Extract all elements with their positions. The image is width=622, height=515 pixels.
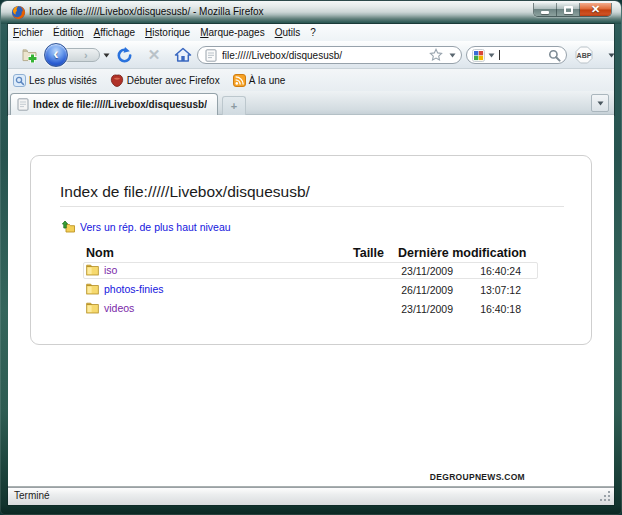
search-engine-dropdown-icon[interactable] [488, 53, 495, 58]
reload-icon [116, 47, 133, 64]
file-link[interactable]: iso [104, 264, 117, 276]
search-caret [499, 50, 500, 60]
bookmark-star-icon[interactable] [429, 48, 443, 62]
stop-button[interactable]: ✕ [144, 41, 164, 69]
file-link[interactable]: videos [104, 302, 134, 314]
urlbar-dropdown-icon[interactable] [449, 53, 456, 58]
reload-button[interactable] [114, 41, 134, 69]
column-header-name[interactable]: Nom [86, 246, 114, 260]
close-button[interactable]: ✕ [580, 3, 611, 16]
adblock-plus-button[interactable]: ABP [574, 41, 594, 69]
tab-favicon [17, 98, 29, 111]
browser-chrome: Fichier Édition Affichage Historique Mar… [8, 24, 614, 115]
home-icon [174, 47, 192, 63]
menu-outils[interactable]: Outils [270, 24, 306, 41]
up-folder-icon [62, 220, 75, 233]
back-history-dropdown[interactable] [103, 53, 110, 58]
file-time: 16:40:18 [453, 303, 521, 315]
menu-marque-pages[interactable]: Marque-pages [195, 24, 270, 41]
up-directory-label[interactable]: Vers un rép. de plus haut niveau [80, 221, 231, 233]
firefox-start-icon [110, 74, 124, 87]
firefox-window: Index de file://///Livebox/disquesusb/ -… [0, 0, 622, 515]
bookmarks-toolbar: Les plus visités Débuter avec Firefox À … [8, 69, 614, 91]
minimize-icon [541, 11, 549, 14]
file-date: 23/11/2009 [383, 303, 453, 315]
back-icon: ‹ [53, 45, 58, 63]
maximize-icon [564, 6, 573, 14]
rss-feed-icon [233, 74, 246, 87]
table-header-row: Nom Taille Dernière modification [86, 246, 537, 263]
forward-icon: › [84, 50, 88, 61]
file-link[interactable]: photos-finies [104, 283, 164, 295]
bookmark-a-la-une[interactable]: À la une [230, 73, 289, 88]
new-tab-button[interactable]: + [222, 96, 246, 115]
status-bar: Terminé [8, 487, 614, 505]
toolbar-overflow-dropdown-icon[interactable] [608, 53, 615, 58]
svg-text:ABP: ABP [577, 52, 592, 59]
menu-historique[interactable]: Historique [140, 24, 195, 41]
file-time: 16:40:24 [453, 265, 521, 277]
stop-icon: ✕ [148, 46, 161, 64]
close-icon: ✕ [591, 3, 600, 16]
menu-edition[interactable]: Édition [48, 24, 89, 41]
file-date: 23/11/2009 [383, 265, 453, 277]
directory-heading: Index de file://///Livebox/disquesusb/ [60, 183, 564, 207]
location-bar[interactable]: file://///Livebox/disquesusb/ [197, 46, 462, 64]
file-date: 26/11/2009 [383, 284, 453, 296]
directory-listing-box: Index de file://///Livebox/disquesusb/ V… [30, 155, 592, 345]
folder-icon [86, 264, 99, 276]
new-tab-folder-plus-button[interactable] [20, 41, 40, 69]
folder-plus-icon [21, 46, 39, 64]
window-controls: ✕ [533, 3, 612, 17]
list-all-tabs-button[interactable] [591, 94, 609, 112]
tab-title: Index de file://///Livebox/disquesusb/ [33, 99, 207, 110]
menu-fichier[interactable]: Fichier [8, 24, 48, 41]
window-title: Index de file://///Livebox/disquesusb/ -… [29, 3, 264, 20]
bookmark-most-visited[interactable]: Les plus visités [10, 73, 100, 88]
bookmark-debuter-avec-firefox[interactable]: Débuter avec Firefox [107, 73, 223, 88]
home-button[interactable] [172, 41, 194, 69]
firefox-logo-icon [11, 5, 26, 20]
resize-grip[interactable] [599, 490, 612, 503]
page-favicon [205, 49, 217, 62]
column-header-modified[interactable]: Dernière modification [398, 246, 527, 260]
menu-bar: Fichier Édition Affichage Historique Mar… [8, 24, 614, 41]
menu-affichage[interactable]: Affichage [89, 24, 141, 41]
menu-aide[interactable]: ? [305, 24, 321, 41]
search-magnifier-icon[interactable] [548, 49, 561, 62]
file-table: Nom Taille Dernière modification iso [86, 246, 537, 320]
table-row: videos 23/11/2009 16:40:18 [86, 301, 537, 320]
back-button[interactable]: ‹ [44, 43, 68, 67]
status-text: Terminé [14, 490, 50, 501]
url-text: file://///Livebox/disquesusb/ [222, 50, 429, 61]
google-engine-icon[interactable] [472, 49, 485, 62]
titlebar[interactable]: Index de file://///Livebox/disquesusb/ -… [1, 1, 621, 24]
search-bar[interactable] [466, 46, 567, 64]
up-directory-link[interactable]: Vers un rép. de plus haut niveau [62, 220, 564, 233]
table-row: iso 23/11/2009 16:40:24 [86, 263, 537, 282]
navigation-toolbar: › ‹ ✕ [8, 41, 614, 69]
watermark: DEGROUPNEWS.COM [430, 472, 525, 482]
folder-icon [86, 302, 99, 314]
active-tab[interactable]: Index de file://///Livebox/disquesusb/ [10, 93, 218, 115]
abp-icon: ABP [575, 46, 593, 64]
maximize-button[interactable] [557, 3, 580, 16]
table-row: photos-finies 26/11/2009 13:07:12 [86, 282, 537, 301]
page-content: Index de file://///Livebox/disquesusb/ V… [8, 115, 614, 487]
folder-icon [86, 283, 99, 295]
column-header-size[interactable]: Taille [336, 246, 384, 260]
back-forward-group: › ‹ [44, 42, 106, 68]
tab-strip: Index de file://///Livebox/disquesusb/ + [8, 91, 614, 115]
file-time: 13:07:12 [453, 284, 521, 296]
minimize-button[interactable] [534, 3, 557, 16]
most-visited-icon [13, 74, 26, 87]
list-all-tabs-icon [597, 101, 604, 106]
